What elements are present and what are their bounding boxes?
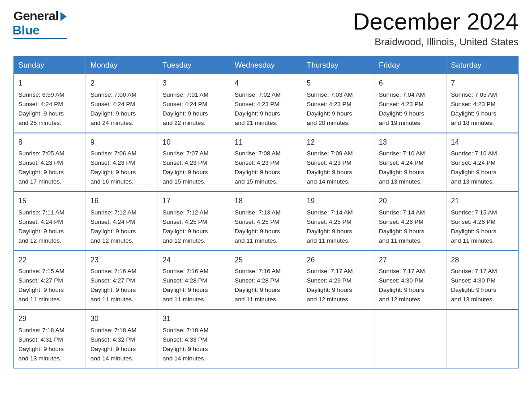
calendar-cell: 13Sunrise: 7:10 AMSunset: 4:24 PMDayligh… [374, 133, 446, 192]
calendar-cell: 22Sunrise: 7:15 AMSunset: 4:27 PMDayligh… [14, 251, 86, 309]
calendar-cell: 2Sunrise: 7:00 AMSunset: 4:24 PMDaylight… [86, 74, 158, 133]
day-info: Sunrise: 7:09 AMSunset: 4:23 PMDaylight:… [307, 150, 353, 185]
day-info: Sunrise: 7:12 AMSunset: 4:24 PMDaylight:… [90, 209, 137, 244]
day-number: 27 [379, 255, 442, 266]
month-title: December 2024 [353, 9, 519, 34]
day-number: 28 [451, 255, 514, 266]
day-number: 4 [235, 78, 297, 89]
calendar-cell: 4Sunrise: 7:02 AMSunset: 4:23 PMDaylight… [230, 74, 302, 133]
day-number: 18 [235, 196, 297, 207]
day-number: 1 [18, 78, 81, 89]
day-info: Sunrise: 7:18 AMSunset: 4:31 PMDaylight:… [18, 327, 64, 362]
calendar-cell: 12Sunrise: 7:09 AMSunset: 4:23 PMDayligh… [302, 133, 374, 192]
calendar-cell: 18Sunrise: 7:13 AMSunset: 4:25 PMDayligh… [230, 192, 302, 250]
calendar-cell: 28Sunrise: 7:17 AMSunset: 4:30 PMDayligh… [446, 251, 519, 309]
day-number: 16 [90, 196, 153, 207]
day-info: Sunrise: 7:15 AMSunset: 4:27 PMDaylight:… [18, 268, 64, 303]
day-info: Sunrise: 7:18 AMSunset: 4:33 PMDaylight:… [163, 327, 209, 362]
day-number: 9 [90, 137, 153, 148]
calendar-cell [374, 309, 446, 368]
day-info: Sunrise: 7:14 AMSunset: 4:26 PMDaylight:… [379, 209, 425, 244]
day-info: Sunrise: 7:02 AMSunset: 4:23 PMDaylight:… [235, 91, 281, 126]
day-number: 8 [18, 137, 81, 148]
day-info: Sunrise: 7:12 AMSunset: 4:25 PMDaylight:… [163, 209, 209, 244]
day-number: 7 [451, 78, 514, 89]
calendar-cell [446, 309, 519, 368]
weekday-header-thursday: Thursday [302, 56, 374, 75]
weekday-header-saturday: Saturday [446, 56, 519, 75]
day-info: Sunrise: 7:07 AMSunset: 4:23 PMDaylight:… [163, 150, 209, 185]
day-info: Sunrise: 7:16 AMSunset: 4:28 PMDaylight:… [163, 268, 209, 303]
logo-general-text: General [13, 9, 59, 23]
calendar-cell: 3Sunrise: 7:01 AMSunset: 4:24 PMDaylight… [158, 74, 230, 133]
weekday-header-wednesday: Wednesday [230, 56, 302, 75]
calendar-cell: 16Sunrise: 7:12 AMSunset: 4:24 PMDayligh… [86, 192, 158, 250]
day-info: Sunrise: 7:08 AMSunset: 4:23 PMDaylight:… [235, 150, 281, 185]
calendar-cell: 9Sunrise: 7:06 AMSunset: 4:23 PMDaylight… [86, 133, 158, 192]
day-info: Sunrise: 7:15 AMSunset: 4:26 PMDaylight:… [451, 209, 497, 244]
title-block: December 2024 Braidwood, Illinois, Unite… [353, 9, 519, 48]
weekday-header-sunday: Sunday [14, 56, 86, 75]
day-number: 11 [235, 137, 297, 148]
calendar-cell: 10Sunrise: 7:07 AMSunset: 4:23 PMDayligh… [158, 133, 230, 192]
calendar-cell: 29Sunrise: 7:18 AMSunset: 4:31 PMDayligh… [14, 309, 86, 368]
day-info: Sunrise: 7:16 AMSunset: 4:28 PMDaylight:… [235, 268, 281, 303]
day-number: 10 [163, 137, 225, 148]
weekday-header-monday: Monday [86, 56, 158, 75]
calendar-week-row: 22Sunrise: 7:15 AMSunset: 4:27 PMDayligh… [14, 251, 519, 309]
calendar-cell: 7Sunrise: 7:05 AMSunset: 4:23 PMDaylight… [446, 74, 519, 133]
day-info: Sunrise: 7:14 AMSunset: 4:25 PMDaylight:… [307, 209, 353, 244]
day-info: Sunrise: 7:13 AMSunset: 4:25 PMDaylight:… [235, 209, 281, 244]
calendar-cell: 26Sunrise: 7:17 AMSunset: 4:29 PMDayligh… [302, 251, 374, 309]
day-number: 22 [18, 255, 81, 266]
calendar-cell: 1Sunrise: 6:59 AMSunset: 4:24 PMDaylight… [14, 74, 86, 133]
day-number: 19 [307, 196, 369, 207]
day-info: Sunrise: 7:01 AMSunset: 4:24 PMDaylight:… [163, 91, 209, 126]
calendar-cell: 11Sunrise: 7:08 AMSunset: 4:23 PMDayligh… [230, 133, 302, 192]
logo-blue-text: Blue [13, 23, 40, 38]
day-number: 3 [163, 78, 225, 89]
calendar-cell: 6Sunrise: 7:04 AMSunset: 4:23 PMDaylight… [374, 74, 446, 133]
calendar-cell: 14Sunrise: 7:10 AMSunset: 4:24 PMDayligh… [446, 133, 519, 192]
calendar-cell [302, 309, 374, 368]
day-number: 6 [379, 78, 442, 89]
day-number: 31 [163, 313, 225, 325]
day-info: Sunrise: 6:59 AMSunset: 4:24 PMDaylight:… [18, 91, 64, 126]
calendar-table: SundayMondayTuesdayWednesdayThursdayFrid… [13, 56, 519, 368]
day-number: 15 [18, 196, 81, 207]
day-info: Sunrise: 7:10 AMSunset: 4:24 PMDaylight:… [451, 150, 497, 185]
day-info: Sunrise: 7:06 AMSunset: 4:23 PMDaylight:… [90, 150, 137, 185]
day-info: Sunrise: 7:17 AMSunset: 4:29 PMDaylight:… [307, 268, 353, 303]
calendar-week-row: 8Sunrise: 7:05 AMSunset: 4:23 PMDaylight… [14, 133, 519, 192]
calendar-cell: 31Sunrise: 7:18 AMSunset: 4:33 PMDayligh… [158, 309, 230, 368]
page-header: General Blue December 2024 Braidwood, Il… [13, 9, 519, 48]
calendar-cell: 5Sunrise: 7:03 AMSunset: 4:23 PMDaylight… [302, 74, 374, 133]
calendar-cell: 24Sunrise: 7:16 AMSunset: 4:28 PMDayligh… [158, 251, 230, 309]
day-info: Sunrise: 7:10 AMSunset: 4:24 PMDaylight:… [379, 150, 425, 185]
day-number: 24 [163, 255, 225, 266]
day-info: Sunrise: 7:05 AMSunset: 4:23 PMDaylight:… [18, 150, 64, 185]
day-info: Sunrise: 7:00 AMSunset: 4:24 PMDaylight:… [90, 91, 137, 126]
calendar-cell: 15Sunrise: 7:11 AMSunset: 4:24 PMDayligh… [14, 192, 86, 250]
day-info: Sunrise: 7:18 AMSunset: 4:32 PMDaylight:… [90, 327, 137, 362]
day-number: 2 [90, 78, 153, 89]
weekday-header-friday: Friday [374, 56, 446, 75]
day-number: 23 [90, 255, 153, 266]
day-number: 20 [379, 196, 442, 207]
day-number: 14 [451, 137, 514, 148]
calendar-cell: 19Sunrise: 7:14 AMSunset: 4:25 PMDayligh… [302, 192, 374, 250]
logo: General Blue [13, 9, 67, 39]
calendar-cell: 23Sunrise: 7:16 AMSunset: 4:27 PMDayligh… [86, 251, 158, 309]
calendar-cell: 8Sunrise: 7:05 AMSunset: 4:23 PMDaylight… [14, 133, 86, 192]
day-info: Sunrise: 7:05 AMSunset: 4:23 PMDaylight:… [451, 91, 497, 126]
day-info: Sunrise: 7:04 AMSunset: 4:23 PMDaylight:… [379, 91, 425, 126]
weekday-header-tuesday: Tuesday [158, 56, 230, 75]
calendar-cell [230, 309, 302, 368]
location-title: Braidwood, Illinois, United States [353, 36, 519, 48]
calendar-cell: 20Sunrise: 7:14 AMSunset: 4:26 PMDayligh… [374, 192, 446, 250]
day-number: 13 [379, 137, 442, 148]
day-number: 12 [307, 137, 369, 148]
day-info: Sunrise: 7:17 AMSunset: 4:30 PMDaylight:… [451, 268, 497, 303]
calendar-cell: 17Sunrise: 7:12 AMSunset: 4:25 PMDayligh… [158, 192, 230, 250]
calendar-week-row: 29Sunrise: 7:18 AMSunset: 4:31 PMDayligh… [14, 309, 519, 368]
